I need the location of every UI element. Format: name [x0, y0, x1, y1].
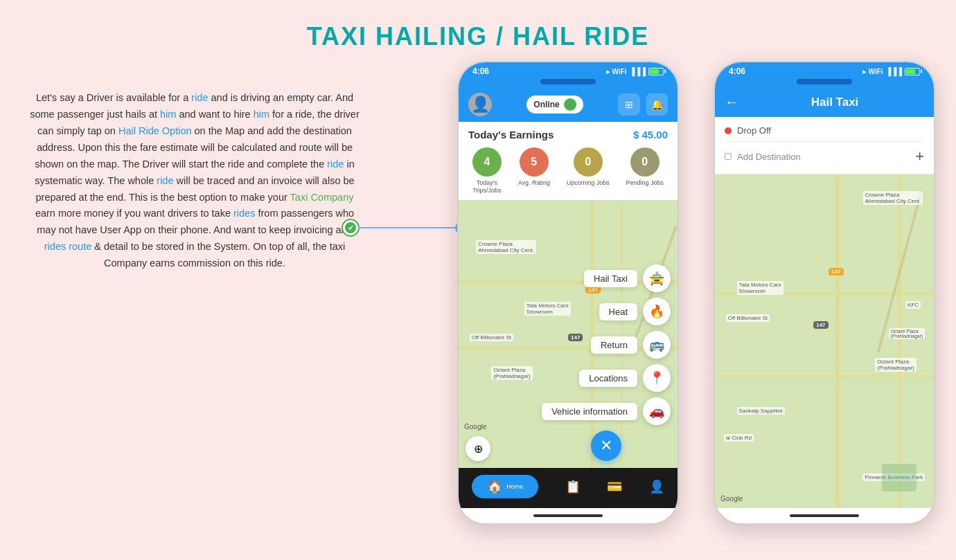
fab-heat-icon-btn[interactable]: 🔥	[643, 298, 671, 325]
earnings-label: Today's Earnings	[468, 129, 554, 141]
earnings-section: Today's Earnings $ 45.00	[459, 122, 678, 145]
nav-profile[interactable]: 👤	[649, 479, 664, 494]
wifi-icon-p2: WiFi	[869, 68, 883, 75]
status-time-phone1: 4:06	[472, 66, 489, 76]
phone1-driver-app: 4:06 ▸ WiFi ▐▐▐ 👤 Online	[457, 61, 679, 525]
map-area-phone2[interactable]: Crowne PlazaAhmedabad City Cent. Off Bil…	[715, 174, 934, 508]
map-label-off-billionaire: Off Billionaire St	[470, 334, 513, 341]
home-indicator-phone1	[459, 508, 678, 523]
add-destination-plus-button[interactable]: +	[915, 147, 924, 165]
map-label-octant-p2: Octant Plaza(Prahladnagar)	[875, 358, 916, 372]
road-v-p2-1	[835, 174, 840, 508]
stat-circle-trips: 4	[472, 147, 502, 177]
google-label-phone1: Google	[464, 423, 486, 431]
drop-off-dot	[725, 127, 732, 134]
notch-phone2	[715, 79, 934, 87]
phone2-hail-taxi: 4:06 ▸ WiFi ▐▐▐ ← Hail Taxi Drop Off	[714, 61, 935, 525]
toggle-dot	[564, 98, 576, 111]
map-badge-147-p2-2: 147	[813, 321, 828, 329]
fab-menu: Hail Taxi 🚖 Heat 🔥 Return 🚌	[542, 264, 671, 461]
stat-rating: 5 Avg. Rating	[518, 147, 550, 195]
fab-close-button[interactable]: ✕	[591, 431, 621, 461]
return-icon: 🚌	[649, 337, 664, 352]
stats-row: 4 Today'sTrips/Jobs 5 Avg. Rating 0 Upco…	[459, 145, 678, 200]
grid-icon: ⊞	[625, 99, 633, 110]
back-button[interactable]: ←	[725, 94, 738, 110]
upcoming-value: 0	[585, 156, 591, 168]
destination-box-icon	[725, 153, 732, 160]
fab-hail-taxi[interactable]: Hail Taxi 🚖	[584, 264, 671, 292]
fab-heat-label[interactable]: Heat	[599, 303, 637, 320]
fab-locations[interactable]: Locations 📍	[579, 364, 671, 392]
fab-locations-label[interactable]: Locations	[579, 370, 637, 387]
page-title: TAXI HAILING / HAIL RIDE	[0, 0, 956, 68]
signal-icon: ▐▐▐	[630, 67, 646, 75]
connector: ✔	[343, 220, 466, 235]
google-label-phone2: Google	[720, 495, 743, 503]
rating-label: Avg. Rating	[518, 179, 550, 187]
online-label: Online	[533, 100, 559, 109]
destination-bar: Drop Off Add Destination +	[715, 117, 934, 174]
my-location-icon: ⊕	[474, 442, 483, 455]
home-label: Home	[506, 483, 523, 490]
online-toggle[interactable]: Online	[526, 96, 583, 114]
jobs-icon: 📋	[565, 479, 581, 494]
car-icon: 🚗	[649, 404, 664, 419]
fab-return-label[interactable]: Return	[591, 336, 637, 354]
earnings-value: $ 45.00	[633, 129, 668, 141]
header-icons: ⊞ 🔔	[618, 93, 668, 116]
add-destination-row[interactable]: Add Destination +	[725, 145, 924, 168]
trips-label: Today'sTrips/Jobs	[472, 179, 501, 195]
grid-icon-button[interactable]: ⊞	[618, 93, 640, 116]
battery-icon-p2	[905, 68, 920, 75]
trips-value: 4	[484, 156, 490, 168]
stat-upcoming: 0 Upcoming Jobs	[567, 147, 610, 195]
upcoming-label: Upcoming Jobs	[567, 179, 610, 187]
app-header-phone1: 👤 Online ⊞ 🔔	[459, 87, 678, 122]
fire-icon: 🔥	[649, 304, 664, 319]
map-area-phone1[interactable]: Crowne PlazaAhmedabad City Cent. Off Bil…	[459, 200, 678, 468]
map-label-crowne: Crowne PlazaAhmedabad City Cent.	[476, 240, 536, 254]
stat-circle-pending: 0	[630, 147, 660, 177]
nav-home[interactable]: 🏠 Home	[472, 475, 538, 498]
nav-jobs[interactable]: 📋	[565, 479, 581, 494]
connector-line	[358, 227, 455, 228]
home-indicator-phone2	[715, 508, 934, 523]
status-bar-phone1: 4:06 ▸ WiFi ▐▐▐	[459, 62, 678, 79]
road-v-p2-2	[898, 174, 901, 508]
nav-earnings[interactable]: 💳	[607, 479, 622, 494]
dest-divider	[725, 141, 924, 142]
pending-label: Pending Jobs	[626, 179, 664, 187]
pending-value: 0	[641, 156, 648, 168]
notification-icon-button[interactable]: 🔔	[646, 93, 668, 116]
fab-hail-taxi-label[interactable]: Hail Taxi	[584, 270, 637, 287]
stat-pending: 0 Pending Jobs	[626, 147, 664, 195]
bell-icon: 🔔	[651, 99, 663, 110]
profile-icon: 👤	[649, 479, 664, 494]
fab-vehicle-info[interactable]: Vehicle information 🚗	[542, 397, 671, 425]
status-time-phone2: 4:06	[729, 66, 745, 76]
map-label-sankalp-p2: Sankalp Sapphire	[737, 407, 785, 415]
wifi-icon: WiFi	[612, 68, 627, 75]
driver-avatar[interactable]: 👤	[468, 93, 492, 116]
fab-return-icon-btn[interactable]: 🚌	[643, 331, 671, 359]
fab-vehicle-info-icon-btn[interactable]: 🚗	[643, 397, 671, 425]
map-label-club-rd: al Club Rd	[724, 434, 754, 442]
drop-off-label: Drop Off	[737, 125, 771, 136]
taxi-icon: 🚖	[649, 271, 664, 286]
fab-return[interactable]: Return 🚌	[591, 331, 671, 359]
signal-icon-p2: ▐▐▐	[886, 67, 902, 75]
map-green-area	[882, 464, 917, 491]
bottom-nav-phone1: 🏠 Home 📋 💳 👤	[459, 468, 678, 508]
road-h-p2-2	[715, 374, 934, 378]
hail-title: Hail Taxi	[745, 96, 924, 109]
drop-off-row[interactable]: Drop Off	[725, 123, 924, 138]
description-text: Let's say a Driver is available for a ri…	[25, 90, 364, 272]
fab-heat[interactable]: Heat 🔥	[599, 298, 671, 325]
close-icon: ✕	[600, 437, 612, 455]
my-location-button[interactable]: ⊕	[466, 436, 490, 461]
fab-locations-icon-btn[interactable]: 📍	[643, 364, 671, 392]
hail-header: ← Hail Taxi	[715, 87, 934, 117]
fab-hail-taxi-icon-btn[interactable]: 🚖	[643, 264, 671, 292]
fab-vehicle-info-label[interactable]: Vehicle information	[542, 403, 637, 420]
